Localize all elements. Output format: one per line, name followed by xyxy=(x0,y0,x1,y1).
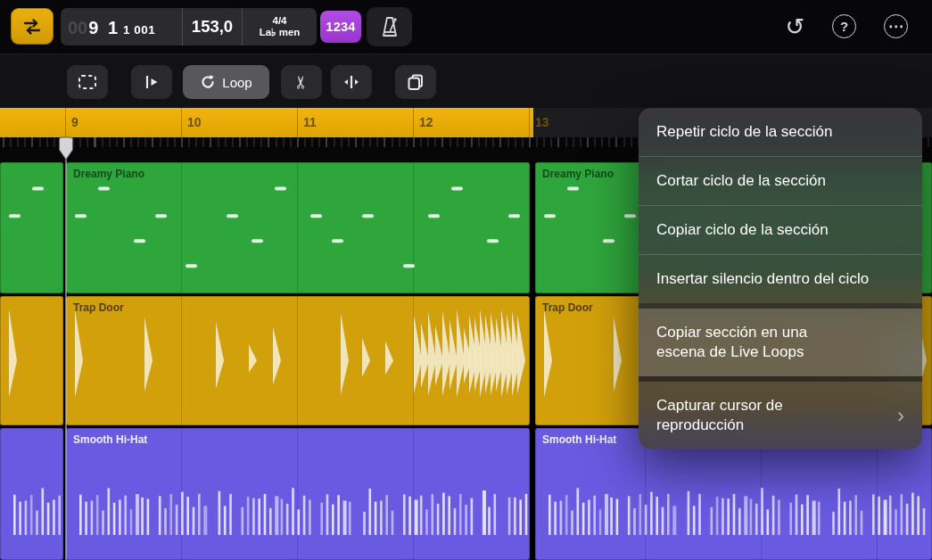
ellipsis-circle-icon: ⋯ xyxy=(888,17,903,36)
loop-tool-button[interactable]: Loop xyxy=(183,65,269,99)
lcd-tempo[interactable]: 153,0 xyxy=(182,8,242,45)
ruler-bar-number: 12 xyxy=(419,115,433,129)
help-icon: ? xyxy=(840,19,848,34)
more-button[interactable]: ⋯ xyxy=(884,14,908,38)
menu-item-label: Insertar silencio dentro del ciclo xyxy=(656,269,869,289)
cycle-button[interactable] xyxy=(11,8,54,45)
region-label: Smooth Hi-Hat xyxy=(73,433,147,446)
menu-item-label: Capturar cursor de reproducción xyxy=(656,396,848,435)
midi-pattern xyxy=(66,162,530,293)
bar-line xyxy=(181,108,182,137)
menu-item[interactable]: Copiar ciclo de la sección xyxy=(639,205,922,254)
loop-icon xyxy=(200,74,216,90)
undo-icon: ↺ xyxy=(786,15,805,38)
lcd-position[interactable]: 00 9 1 1 001 xyxy=(61,8,182,45)
region-trap-door[interactable] xyxy=(0,296,63,425)
chevron-right-icon: › xyxy=(897,406,904,425)
tempo-value: 153,0 xyxy=(192,17,233,37)
scissors-icon: ✂ xyxy=(291,75,311,89)
lcd-key-signature[interactable]: 4/4 La♭ men xyxy=(242,8,317,45)
region-label: Dreamy Piano xyxy=(73,168,144,180)
count-in-button[interactable]: 1234 xyxy=(320,11,361,43)
lcd-display[interactable]: 00 9 1 1 001 153,0 4/4 La♭ men xyxy=(61,8,317,45)
waveform-pattern xyxy=(66,296,530,425)
ruler-bar-number: 13 xyxy=(535,115,549,129)
trim-icon xyxy=(342,74,360,90)
menu-item-label: Cortar ciclo de la sección xyxy=(656,171,826,191)
menu-item[interactable]: Copiar sección en una escena de Live Loo… xyxy=(639,303,922,376)
playhead-tool-icon xyxy=(143,74,161,90)
cycle-range[interactable] xyxy=(0,108,533,137)
menu-item[interactable]: Insertar silencio dentro del ciclo xyxy=(639,254,922,303)
copy-icon xyxy=(407,73,425,91)
cycle-loop-icon xyxy=(21,18,44,36)
loop-tool-label: Loop xyxy=(222,75,252,90)
menu-item[interactable]: Repetir ciclo de la sección xyxy=(639,108,922,156)
midi-pattern xyxy=(0,162,63,293)
marquee-tool-button[interactable] xyxy=(67,65,108,99)
bar-line xyxy=(529,108,530,137)
region-smooth-hi-hat[interactable] xyxy=(0,428,63,560)
metronome-button[interactable] xyxy=(367,7,412,46)
ruler-bar-number: 11 xyxy=(303,115,317,129)
split-scissors-button[interactable]: ✂ xyxy=(281,65,322,99)
edit-toolbar: Loop ✂ Ajuste Corchea xyxy=(0,54,932,109)
bar-line xyxy=(297,108,298,137)
region-dreamy-piano[interactable]: Dreamy Piano xyxy=(66,162,530,293)
help-button[interactable]: ? xyxy=(832,14,856,38)
hats-pattern xyxy=(66,428,530,560)
menu-item-label: Copiar ciclo de la sección xyxy=(656,220,829,240)
key-value: La♭ men xyxy=(260,27,301,39)
waveform-pattern xyxy=(0,296,63,425)
transport-bar: 00 9 1 1 001 153,0 4/4 La♭ men 1234 ↺ xyxy=(0,0,932,54)
playhead-line xyxy=(65,137,67,560)
playhead-handle[interactable] xyxy=(59,136,73,164)
region-dreamy-piano[interactable] xyxy=(0,162,63,293)
bar-line xyxy=(65,108,66,137)
lcd-position-main: 9 1 xyxy=(88,18,118,38)
context-menu: Repetir ciclo de la secciónCortar ciclo … xyxy=(639,108,922,449)
marquee-icon xyxy=(78,74,97,90)
region-smooth-hi-hat[interactable]: Smooth Hi-Hat xyxy=(66,428,530,560)
menu-item-label: Copiar sección en una escena de Live Loo… xyxy=(656,323,848,362)
time-signature-value: 4/4 xyxy=(273,15,287,28)
playhead-tool-button[interactable] xyxy=(131,65,172,99)
count-in-label: 1234 xyxy=(326,20,355,34)
region-label: Smooth Hi-Hat xyxy=(542,433,616,446)
ruler-bar-number: 9 xyxy=(71,115,78,129)
metronome-icon xyxy=(380,15,400,38)
hats-pattern xyxy=(0,428,63,560)
trim-tool-button[interactable] xyxy=(331,65,372,99)
lcd-ghost-digits: 00 xyxy=(68,18,87,38)
region-label: Trap Door xyxy=(542,301,593,314)
lcd-position-sub: 1 001 xyxy=(123,23,155,37)
menu-item-label: Repetir ciclo de la sección xyxy=(656,122,832,142)
copy-button[interactable] xyxy=(395,65,436,99)
ruler-bar-number: 10 xyxy=(187,115,202,129)
garageband-app: Dreamy PianoDreamy PianoTrap DoorTrap Do… xyxy=(0,0,932,560)
menu-item[interactable]: Capturar cursor de reproducción› xyxy=(639,376,922,449)
region-label: Dreamy Piano xyxy=(542,168,614,180)
menu-item[interactable]: Cortar ciclo de la sección xyxy=(639,156,922,205)
region-label: Trap Door xyxy=(73,301,124,314)
undo-button[interactable]: ↺ xyxy=(783,14,807,38)
bar-line xyxy=(413,108,414,137)
region-trap-door[interactable]: Trap Door xyxy=(66,296,530,425)
